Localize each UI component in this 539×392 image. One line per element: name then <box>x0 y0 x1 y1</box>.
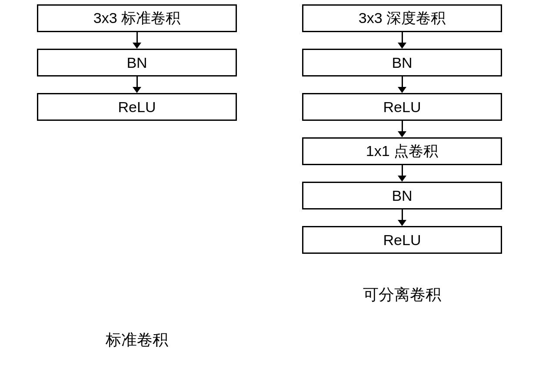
diagram-container: 3x3 标准卷积 BN ReLU 标准卷积 3x3 深度卷积 BN <box>0 0 539 351</box>
arrow-icon <box>402 76 403 93</box>
standard-conv-box-0: 3x3 标准卷积 <box>37 4 237 32</box>
standard-conv-box-2: ReLU <box>37 93 237 121</box>
box-label: BN <box>392 187 412 204</box>
box-label: ReLU <box>383 232 421 249</box>
arrow-icon <box>402 209 403 226</box>
separable-conv-box-3: 1x1 点卷积 <box>302 137 502 165</box>
standard-conv-column: 3x3 标准卷积 BN ReLU 标准卷积 <box>30 4 243 351</box>
separable-conv-box-0: 3x3 深度卷积 <box>302 4 502 32</box>
box-label: ReLU <box>118 99 156 116</box>
box-label: 3x3 标准卷积 <box>93 8 180 28</box>
separable-conv-box-2: ReLU <box>302 93 502 121</box>
arrow-icon <box>402 32 403 49</box>
box-label: BN <box>126 54 147 71</box>
standard-conv-box-1: BN <box>37 49 237 76</box>
arrow-icon <box>136 76 138 93</box>
arrow-icon <box>402 165 403 182</box>
box-label: 1x1 点卷积 <box>366 141 438 161</box>
standard-conv-caption: 标准卷积 <box>106 329 168 351</box>
separable-conv-box-5: ReLU <box>302 226 502 254</box>
separable-conv-box-4: BN <box>302 182 502 209</box>
separable-conv-caption: 可分离卷积 <box>363 284 441 306</box>
box-label: BN <box>392 54 412 71</box>
separable-conv-box-1: BN <box>302 49 502 76</box>
separable-conv-column: 3x3 深度卷积 BN ReLU 1x1 点卷积 BN <box>296 4 509 351</box>
box-label: 3x3 深度卷积 <box>359 8 446 28</box>
arrow-icon <box>136 32 138 49</box>
arrow-icon <box>402 121 403 137</box>
box-label: ReLU <box>383 99 421 116</box>
